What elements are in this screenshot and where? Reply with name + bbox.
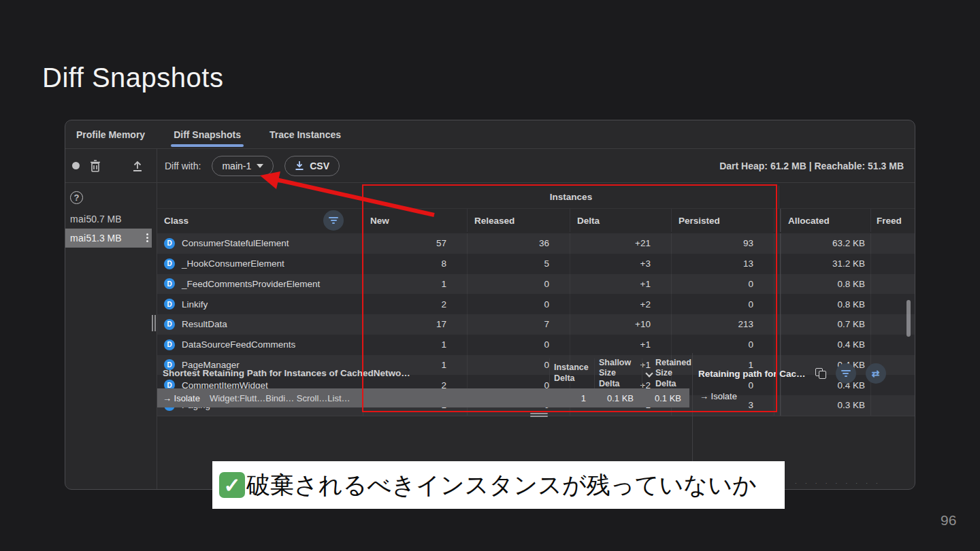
delete-snapshots-icon[interactable] (90, 160, 101, 172)
snapshot-size: 50.7 MB (86, 214, 121, 224)
tab-diff-snapshots[interactable]: Diff Snapshots (174, 120, 241, 149)
dart-class-badge: D (164, 299, 175, 310)
tab-profile-memory[interactable]: Profile Memory (76, 120, 145, 149)
class-name: Linkify (182, 299, 208, 310)
page-title: Diff Snapshots (42, 63, 223, 93)
page-number: 96 (941, 512, 956, 529)
check-icon: ✓ (219, 472, 245, 498)
dart-class-badge: D (164, 258, 175, 269)
upload-snapshot-icon[interactable] (131, 160, 144, 172)
chevron-down-icon (257, 164, 263, 168)
path-value: → Isolate (163, 393, 200, 403)
dart-class-badge: D (164, 319, 175, 330)
splitter-handle[interactable] (152, 315, 156, 331)
snapshot-list-item-selected[interactable]: mai51.3 MB (65, 229, 152, 248)
tab-bar: Profile Memory Diff Snapshots Trace Inst… (65, 120, 915, 149)
filter-button[interactable] (836, 363, 856, 384)
snapshot-name: mai (70, 233, 86, 244)
class-name: ConsumerStatefulElement (182, 238, 289, 248)
dart-class-badge: D (164, 238, 175, 249)
snapshot-list: ? mai50.7 MB mai51.3 MB (65, 183, 157, 489)
class-name: ResultData (182, 319, 227, 329)
snapshot-actions (65, 149, 157, 182)
snapshot-size: 51.3 MB (86, 233, 121, 244)
scrollbar-thumb[interactable] (906, 300, 911, 337)
class-name: _FeedCommentsProviderElement (182, 279, 320, 289)
column-header-allocated[interactable]: Allocated (781, 209, 870, 232)
dart-class-badge: D (164, 339, 175, 350)
heap-summary: Dart Heap: 61.2 MB | Reachable: 51.3 MB (719, 161, 915, 171)
annotation-arrow (246, 169, 451, 226)
toolbar: Diff with: main-1 CSV Dart Heap: 61.2 MB… (65, 149, 915, 183)
record-snapshot-icon[interactable] (72, 162, 80, 169)
swap-icon: ⇄ (872, 368, 880, 379)
tab-trace-instances[interactable]: Trace Instances (270, 120, 341, 149)
diff-with-label: Diff with: (165, 161, 201, 171)
column-header-freed[interactable]: Freed (870, 209, 915, 232)
more-vertical-icon[interactable] (146, 233, 148, 244)
dart-class-badge: D (164, 278, 175, 289)
note-banner: ✓ 破棄されるべきインスタンスが残っていないか (212, 461, 785, 509)
snapshot-name: mai (70, 214, 86, 224)
note-text: 破棄されるべきインスタンスが残っていないか (246, 469, 757, 501)
class-name: _HookConsumerElement (182, 258, 284, 269)
help-icon[interactable]: ? (70, 191, 83, 204)
copy-icon[interactable] (815, 368, 826, 379)
clipped-text-fragment: · · · · · · · · · (795, 480, 901, 486)
filter-icon (841, 369, 851, 378)
class-name: DataSourceFeedComments (182, 339, 295, 350)
swap-icon-button[interactable]: ⇄ (866, 363, 886, 384)
snapshot-list-item[interactable]: mai50.7 MB (65, 210, 157, 229)
path-fragment: Widget:Flutt…Bindi… Scroll…List… (210, 393, 350, 403)
